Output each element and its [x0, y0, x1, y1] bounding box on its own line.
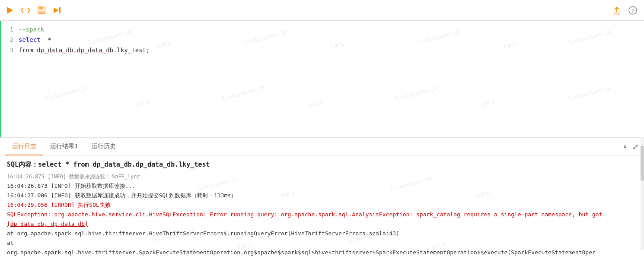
code-comment: --spark: [19, 24, 44, 35]
svg-rect-3: [39, 11, 44, 13]
svg-marker-4: [54, 7, 58, 13]
tabs-actions: ⬇ ⤢: [623, 142, 639, 151]
scrollbar-thumb[interactable]: [641, 146, 644, 180]
code-content[interactable]: --spark select * from dp_data_db.dp_data…: [19, 24, 644, 55]
watermark: 刘库元: [308, 99, 323, 109]
code-table: dp_data_db.dp_data_db: [37, 45, 113, 55]
toolbar: ?: [0, 0, 644, 21]
code-space: *: [41, 35, 51, 45]
code-line-1: --spark: [19, 24, 644, 35]
run-button[interactable]: [5, 6, 14, 15]
scrollbar-track: [641, 137, 644, 250]
expand-icon[interactable]: ⤢: [632, 142, 639, 151]
watermark: liukunyuan-jk: [567, 84, 612, 102]
upload-button[interactable]: [612, 6, 622, 15]
step-button[interactable]: [53, 6, 61, 15]
code-select: select: [19, 35, 41, 45]
bottom-panel: 运行日志 运行结果1 运行历史 ⬇ ⤢ liukunyuan-jk 刘库元 li…: [0, 137, 644, 269]
code-table-suffix: .lky_test;: [113, 45, 150, 55]
log-line-5: at org.apache.spark.sql.hive.thriftserve…: [7, 229, 637, 238]
log-line-6: at: [7, 238, 637, 248]
save-button[interactable]: [37, 6, 46, 15]
download-icon[interactable]: ⬇: [623, 142, 627, 151]
code-line-2: select *: [19, 35, 644, 45]
watermark: liukunyuan-jk: [222, 84, 266, 102]
line-numbers: 1 2 3: [1, 24, 17, 55]
log-content[interactable]: liukunyuan-jk 刘库元 liukunyuan-jk 刘库元 liuk…: [0, 155, 644, 269]
help-button[interactable]: ?: [628, 6, 637, 15]
log-sql-title: SQL内容：select * from dp_data_db.dp_data_d…: [7, 160, 637, 169]
log-line-3: 16:04:29.056 [ERROR] 执行SQL失败: [7, 200, 637, 210]
log-line-7: org.apache.spark.sql.hive.thriftserver.S…: [7, 248, 637, 257]
log-error-underline: spark_catalog requires a single-part nam…: [7, 211, 603, 227]
toolbar-left: [5, 6, 61, 15]
code-from: from: [19, 45, 37, 55]
watermark: liukunyuan-jk: [395, 84, 439, 102]
tab-run-history[interactable]: 运行历史: [85, 138, 123, 155]
watermark: liukunyuan-jk: [45, 84, 89, 102]
svg-rect-2: [39, 7, 43, 9]
log-line-0: 16:04:26.875 [INFO] 数据源来源连接: SaFE_lycc: [7, 172, 637, 181]
svg-rect-5: [59, 7, 61, 13]
log-line-1: 16:04:26.873 [INFO] 开始获取数据库连接...: [7, 181, 637, 191]
watermark: 刘库元: [481, 99, 496, 109]
log-line-2: 16:04:27.006 [INFO] 获取数据库连接成功，并开始提交SQL到数…: [7, 191, 637, 200]
editor-area[interactable]: 1 2 3 --spark select * from dp_data_db.d…: [0, 21, 644, 137]
log-line-4: SQLException: org.apache.hive.service.cl…: [7, 210, 637, 229]
svg-text:?: ?: [631, 7, 634, 14]
code-button[interactable]: [21, 6, 30, 14]
watermark: 刘库元: [135, 99, 150, 109]
toolbar-right: ?: [612, 6, 637, 15]
svg-marker-0: [7, 7, 13, 14]
tab-run-result[interactable]: 运行结果1: [43, 138, 85, 155]
tabs-bar: 运行日志 运行结果1 运行历史 ⬇ ⤢: [0, 138, 644, 155]
tab-run-log[interactable]: 运行日志: [5, 138, 43, 155]
code-line-3: from dp_data_db.dp_data_db.lky_test;: [19, 45, 644, 55]
